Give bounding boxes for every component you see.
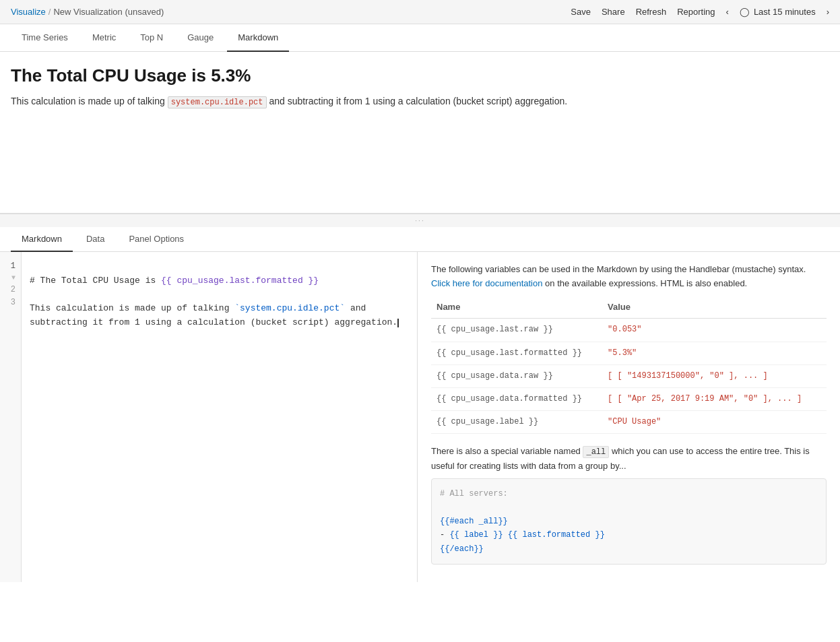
tab-markdown[interactable]: Markdown [227,24,289,52]
editor-tab-data[interactable]: Data [75,227,115,252]
variables-table: Name Value {{ cpu_usage.last.raw }} "0.0… [431,296,827,435]
table-row: {{ cpu_usage.data.raw }} [ [ "1493137150… [431,364,827,387]
editor-area: Markdown Data Panel Options 1 ▼ 2 3 # Th… [0,227,840,582]
save-button[interactable]: Save [571,7,591,17]
time-range-label: Last 15 minutes [754,7,816,17]
code-editor: 1 ▼ 2 3 # The Total CPU Usage is {{ cpu_… [0,252,418,582]
reporting-button[interactable]: Reporting [677,7,715,17]
help-intro-text: The following variables can be used in t… [431,264,806,274]
code-example-block: # All servers: {{#each _all}} - {{ label… [431,478,827,565]
preview-title: The Total CPU Usage is 5.3% [11,65,829,86]
var-name-2: {{ cpu_usage.data.raw }} [431,364,602,387]
top-bar: Visualize / New Visualization (unsaved) … [0,0,840,24]
var-value-4: "CPU Usage" [602,411,827,434]
breadcrumb: Visualize / New Visualization (unsaved) [11,7,164,17]
editor-tab-markdown[interactable]: Markdown [11,227,73,252]
code-block-label: {{ label }} [449,530,503,540]
description-before: This calculation is made up of talking [11,96,168,106]
table-row: {{ cpu_usage.last.formatted }} "5.3%" [431,342,827,364]
table-row: {{ cpu_usage.label }} "CPU Usage" [431,411,827,434]
editor-tab-panel-options[interactable]: Panel Options [118,227,195,252]
tab-metric[interactable]: Metric [82,24,127,52]
preview-area: The Total CPU Usage is 5.3% This calcula… [0,52,840,214]
table-row: {{ cpu_usage.last.raw }} "0.053" [431,319,827,342]
top-actions: Save Share Refresh Reporting ‹ ◯ Last 15… [571,7,829,17]
tab-gauge[interactable]: Gauge [176,24,224,52]
documentation-link[interactable]: Click here for documentation [431,278,542,288]
prev-arrow-icon[interactable]: ‹ [726,7,729,17]
help-panel: The following variables can be used in t… [418,252,840,582]
line-number-2: 2 [5,284,15,296]
line-numbers: 1 ▼ 2 3 [0,252,22,582]
code-block-comment: # All servers: [440,489,508,499]
code-block-last-formatted: {{ last.formatted }} [508,530,605,540]
var-name-1: {{ cpu_usage.last.formatted }} [431,342,602,364]
help-link-suffix: on the available expressions. HTML is al… [542,278,747,288]
var-value-1: "5.3%" [602,342,827,364]
code-block-each-close: {{/each}} [440,544,484,554]
refresh-button[interactable]: Refresh [636,7,667,17]
special-var-description: There is also a special variable named _… [431,445,827,473]
code-block-each-open: {{#each _all}} [440,517,508,526]
editor-split: 1 ▼ 2 3 # The Total CPU Usage is {{ cpu_… [0,252,840,582]
special-var-code: _all [583,446,609,458]
tab-top-n[interactable]: Top N [129,24,174,52]
var-value-2: [ [ "1493137150000", "0" ], ... ] [602,364,827,387]
breadcrumb-separator: / [49,7,51,17]
code-block-list-item: - [440,530,449,540]
editor-tab-bar: Markdown Data Panel Options [0,227,840,252]
tab-time-series[interactable]: Time Series [11,24,79,52]
line-number-3: 3 [5,296,15,309]
var-value-3: [ [ "Apr 25, 2017 9:19 AM", "0" ], ... ] [602,387,827,410]
line-number-1: 1 [5,260,15,273]
var-value-0: "0.053" [602,319,827,342]
code-content[interactable]: # The Total CPU Usage is {{ cpu_usage.la… [22,252,417,582]
visualization-tab-bar: Time Series Metric Top N Gauge Markdown [0,24,840,52]
time-range[interactable]: ◯ Last 15 minutes [740,7,816,17]
next-arrow-icon[interactable]: › [827,7,829,17]
description-after: and subtracting it from 1 using a calcul… [267,96,568,106]
line-number-fold: ▼ [5,273,15,284]
special-var-before: There is also a special variable named [431,446,583,456]
table-row: {{ cpu_usage.data.formatted }} [ [ "Apr … [431,387,827,410]
col-header-value: Value [602,296,827,319]
description-code: system.cpu.idle.pct [168,96,267,108]
var-name-3: {{ cpu_usage.data.formatted }} [431,387,602,410]
help-intro: The following variables can be used in t… [431,263,827,291]
breadcrumb-current: New Visualization (unsaved) [53,7,164,17]
clock-icon: ◯ [740,7,750,17]
share-button[interactable]: Share [602,7,625,17]
drag-handle[interactable]: ∙∙∙ [0,214,840,227]
var-name-0: {{ cpu_usage.last.raw }} [431,319,602,342]
col-header-name: Name [431,296,602,319]
preview-description: This calculation is made up of talking s… [11,94,829,108]
var-name-4: {{ cpu_usage.label }} [431,411,602,434]
breadcrumb-visualize-link[interactable]: Visualize [11,7,46,17]
